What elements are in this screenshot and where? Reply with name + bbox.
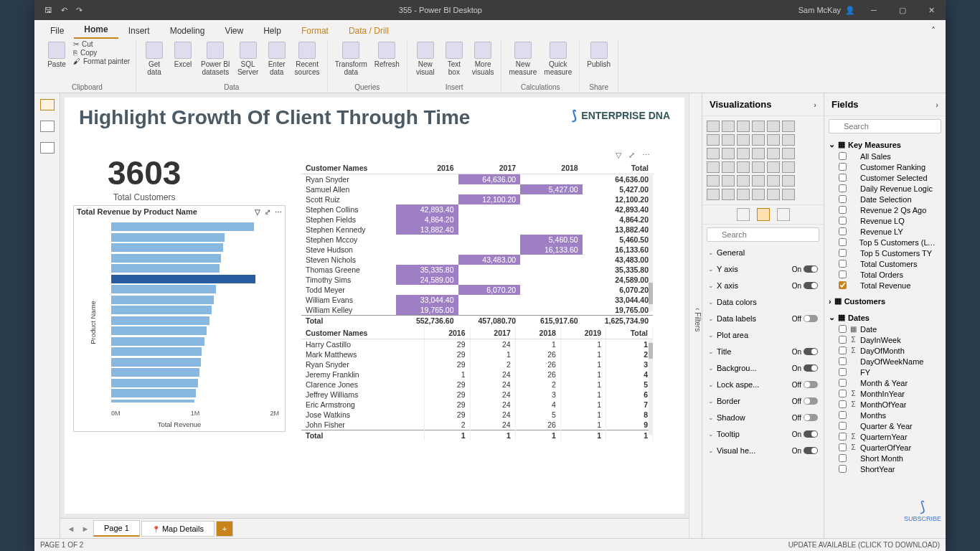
table-row[interactable]: Jeffrey Williams2924316 — [301, 390, 653, 400]
viz-type-icon[interactable] — [767, 189, 780, 200]
field-date-selection[interactable]: Date Selection — [829, 194, 941, 204]
field-table-dates[interactable]: ⌄▦Dates — [829, 311, 941, 324]
chevron-right-icon[interactable]: › — [936, 100, 938, 109]
field-quarternyear[interactable]: ΣQuarternYear — [829, 431, 941, 442]
format-tool-icon[interactable] — [757, 208, 770, 221]
undo-icon[interactable]: ↶ — [61, 6, 67, 15]
filters-pane-collapsed[interactable]: ‹ Filters — [689, 93, 702, 538]
viz-type-icon[interactable] — [737, 161, 750, 173]
toggle[interactable]: On — [792, 430, 818, 438]
tab-data-drill[interactable]: Data / Drill — [339, 23, 399, 39]
ribbon-publish[interactable]: Publish — [585, 40, 612, 70]
field-quarter-year[interactable]: Quarter & Year — [829, 420, 941, 431]
tab-format[interactable]: Format — [291, 23, 339, 39]
ribbon-text-box[interactable]: Textbox — [442, 40, 466, 77]
fields-search-input[interactable] — [829, 119, 941, 133]
toggle[interactable]: Off — [792, 381, 818, 389]
user-avatar-icon[interactable]: 👤 — [845, 6, 855, 15]
tab-view[interactable]: View — [215, 23, 253, 39]
field-revenue-2-qs-ago[interactable]: Revenue 2 Qs Ago — [829, 204, 941, 215]
paste-button[interactable]: Paste — [44, 40, 69, 70]
more-icon[interactable]: ⋯ — [642, 151, 650, 160]
ribbon-excel[interactable]: Excel — [171, 40, 195, 70]
ribbon-transform-data[interactable]: Transformdata — [334, 40, 369, 77]
viz-type-icon[interactable] — [722, 148, 735, 159]
redo-icon[interactable]: ↷ — [76, 6, 83, 15]
bar-row[interactable]: Product 385 — [111, 253, 279, 263]
field-table-customers[interactable]: ›▦Customers — [829, 295, 941, 307]
analytics-tool-icon[interactable] — [777, 208, 790, 221]
field-table-key-measures[interactable]: ⌄▦Key Measures — [829, 138, 941, 151]
viz-type-icon[interactable] — [737, 189, 750, 200]
format-section-tooltip[interactable]: ⌄TooltipOn — [702, 426, 824, 443]
viz-type-icon[interactable] — [737, 121, 750, 132]
table-row[interactable]: Eric Armstrong2924417 — [301, 400, 653, 410]
bar-row[interactable]: Product 180 — [111, 242, 279, 253]
field-quarterofyear[interactable]: ΣQuarterOfYear — [829, 442, 941, 453]
bar-row[interactable]: Product 206 — [111, 305, 279, 315]
viz-type-icon[interactable] — [707, 175, 720, 187]
viz-type-icon[interactable] — [707, 161, 720, 173]
bar-chart-visual[interactable]: Total Revenue by Product Name ▽ ⤢ ⋯ Prod… — [73, 205, 286, 432]
table-row[interactable]: William Kelley19,765.0019,765.00 — [301, 305, 653, 316]
field-customer-ranking[interactable]: Customer Ranking — [829, 161, 941, 172]
toggle[interactable]: Off — [792, 397, 818, 405]
viz-type-icon[interactable] — [737, 175, 750, 187]
format-search-input[interactable] — [707, 227, 819, 242]
viz-type-icon[interactable] — [707, 134, 720, 146]
ribbon-collapse-icon[interactable]: ˄ — [921, 23, 946, 39]
field-all-sales[interactable]: All Sales — [829, 151, 941, 161]
scrollbar[interactable] — [649, 175, 653, 311]
viz-type-icon[interactable] — [752, 134, 765, 146]
viz-type-icon[interactable] — [782, 161, 795, 173]
table-row[interactable]: Steve Hudson16,133.6016,133.60 — [301, 245, 653, 255]
table-row[interactable]: Todd Meyer6,070.206,070.20 — [301, 285, 653, 295]
bar-row[interactable]: Product 143 — [111, 399, 279, 403]
bar-row[interactable]: Product 284 — [111, 367, 279, 377]
filter-icon[interactable]: ▽ — [255, 208, 260, 216]
toggle[interactable]: On — [792, 447, 818, 455]
bar-row[interactable]: Product 299 — [111, 295, 279, 305]
viz-type-icon[interactable] — [707, 189, 720, 200]
viz-type-icon[interactable] — [767, 161, 780, 173]
chevron-right-icon[interactable]: › — [814, 100, 816, 109]
field-monthinyear[interactable]: ΣMonthInYear — [829, 388, 941, 399]
user-name[interactable]: Sam McKay — [798, 6, 841, 14]
table-row[interactable]: Clarence Jones2924215 — [301, 380, 653, 390]
format-section-general[interactable]: ⌄General — [702, 245, 824, 261]
toggle[interactable]: On — [792, 364, 818, 372]
kpi-card[interactable]: 3603 Total Customers — [108, 154, 181, 202]
tab-home[interactable]: Home — [74, 22, 118, 39]
field-monthofyear[interactable]: ΣMonthOfYear — [829, 399, 941, 410]
table-row[interactable]: Mark Matthews2912612 — [301, 349, 653, 359]
format-section-data-labels[interactable]: ⌄Data labelsOff — [702, 311, 824, 327]
report-canvas[interactable]: Highlight Growth Of Client Through Time … — [65, 98, 684, 514]
table-row[interactable]: John Fisher2242619 — [301, 420, 653, 430]
field-dayofweekname[interactable]: DayOfWeekName — [829, 356, 941, 367]
update-available[interactable]: UPDATE AVAILABLE (CLICK TO DOWNLOAD) — [788, 541, 940, 549]
table-row[interactable]: Ryan Snyder2922613 — [301, 359, 653, 369]
table-row[interactable]: Stephen Fields4,864.204,864.20 — [301, 215, 653, 225]
viz-type-icon[interactable] — [767, 175, 780, 187]
save-icon[interactable]: 🖫 — [44, 6, 52, 15]
field-short-month[interactable]: Short Month — [829, 453, 941, 463]
format-section-data-colors[interactable]: ⌄Data colors — [702, 294, 824, 311]
viz-type-icon[interactable] — [782, 134, 795, 146]
bar-row[interactable]: Product 148 — [111, 378, 279, 388]
add-page-button[interactable]: + — [216, 521, 233, 537]
tab-help[interactable]: Help — [253, 23, 291, 39]
field-daily-revenue-logic[interactable]: Daily Revenue Logic — [829, 183, 941, 194]
bar-row[interactable]: Product 303 — [111, 284, 279, 294]
viz-type-icon[interactable] — [752, 148, 765, 159]
format-painter-button[interactable]: 🖌Format painter — [73, 57, 130, 65]
format-section-shadow[interactable]: ⌄ShadowOff — [702, 410, 824, 426]
field-total-revenue[interactable]: Total Revenue — [829, 280, 941, 291]
ribbon-recent-sources[interactable]: Recentsources — [293, 40, 321, 77]
viz-type-icon[interactable] — [752, 161, 765, 173]
toggle[interactable]: Off — [792, 414, 818, 422]
viz-type-icon[interactable] — [752, 189, 765, 200]
field-revenue-lq[interactable]: Revenue LQ — [829, 215, 941, 226]
field-date[interactable]: ▦Date — [829, 324, 941, 334]
ribbon-new-measure[interactable]: Newmeasure — [507, 40, 538, 77]
viz-type-icon[interactable] — [722, 189, 735, 200]
